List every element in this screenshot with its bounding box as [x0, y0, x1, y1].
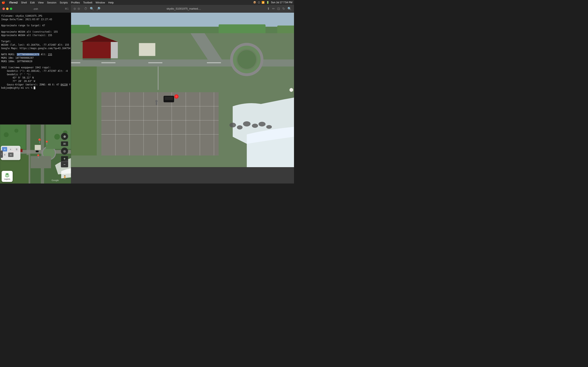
terminal-cursor: [34, 86, 35, 89]
svg-point-14: [54, 134, 60, 140]
history-icon[interactable]: ⏱: [84, 7, 87, 11]
menubar-shell[interactable]: Shell: [21, 1, 27, 4]
zoom-in-icon[interactable]: 🔍: [90, 7, 94, 11]
svg-rect-44: [83, 58, 111, 60]
term-line-geodms-label: Geodetic (° ' "):: [1, 73, 70, 76]
menubar-edit[interactable]: Edit: [30, 1, 35, 4]
menubar-view[interactable]: View: [38, 1, 44, 4]
svg-point-48: [237, 50, 256, 69]
aerial-photo-svg: [71, 13, 294, 167]
preview-bottom-bar: [71, 167, 294, 184]
svg-rect-57: [165, 97, 173, 100]
svg-point-62: [175, 95, 177, 98]
svg-rect-45: [139, 43, 155, 56]
term-line-googlemaps: Google Maps: https://maps.google.com/?q=…: [1, 47, 70, 50]
svg-rect-42: [111, 42, 118, 58]
preview-titlebar: ⏱ 🔍 🔎 skydio_S1001975_marked.... ⬆ ✏ ⊡ ↻…: [71, 5, 294, 13]
wifi-icon: 📶: [261, 1, 265, 4]
map-pin-blue-2[interactable]: 📍: [36, 154, 40, 159]
terminal-title: -zsh: [33, 7, 38, 10]
map-layers-button[interactable]: Layers: [2, 171, 13, 182]
svg-rect-59: [156, 102, 157, 105]
drone-photo: [71, 13, 294, 167]
svg-rect-16: [36, 151, 39, 152]
svg-point-13: [14, 129, 18, 133]
svg-rect-29: [102, 92, 219, 155]
menubar-app-name[interactable]: iTerm2: [9, 1, 18, 4]
terminal-content[interactable]: filename: skydio_S1001975.JPG Image Date…: [0, 13, 71, 124]
map-locate-button[interactable]: ◎: [61, 147, 68, 155]
layers-label: Layers: [4, 178, 10, 180]
apple-icon[interactable]: 🍎: [2, 1, 5, 4]
small-panel-row2: 4 m: [2, 152, 19, 157]
terminal-titlebar: -zsh ⌘1: [0, 5, 71, 13]
menubar-profiles[interactable]: Profiles: [71, 1, 80, 4]
svg-rect-25: [102, 62, 116, 63]
sidebar-icon[interactable]: ⊡: [277, 7, 280, 11]
map-pin-red[interactable]: 📍: [37, 138, 42, 144]
term-line-geodeg: Geodetic (°): 43.166142, -77.472397 Alt:…: [1, 69, 70, 73]
svg-rect-6: [31, 156, 51, 168]
bluetooth-icon: ⬡: [258, 1, 260, 4]
svg-rect-27: [207, 62, 221, 63]
term-empty-4: [1, 50, 70, 53]
menubar-left: 🍎 iTerm2 Shell Edit View Session Scripts…: [2, 1, 114, 4]
preview-minimize-button[interactable]: [78, 8, 80, 10]
svg-rect-26: [148, 62, 162, 63]
zoom-out-icon[interactable]: 🔎: [96, 7, 100, 11]
menubar-right: 📦 ⬡ 📶 🔋 Sun Jul 17 7:54 PM: [253, 1, 292, 4]
map-zoom-in-button[interactable]: +: [61, 156, 68, 162]
term-line-wgs84c: Approximate WGS84 alt (constructed): 155: [1, 30, 70, 34]
map-pin-cyan[interactable]: 📍: [44, 141, 49, 145]
search-icon[interactable]: 🔍: [287, 7, 292, 11]
terminal-window: -zsh ⌘1 filename: skydio_S1001975.JPG Im…: [0, 5, 71, 124]
small-panel-row1: ⊞ ≡ ☰: [2, 147, 19, 151]
map-3d-button[interactable]: 3D: [61, 141, 68, 146]
minimize-button[interactable]: [6, 8, 9, 10]
preview-close-button[interactable]: [73, 8, 76, 10]
maximize-button[interactable]: [10, 8, 12, 10]
main-layout: -zsh ⌘1 filename: skydio_S1001975.JPG Im…: [0, 5, 294, 184]
menubar-help[interactable]: Help: [108, 1, 114, 4]
small-panel: ⊞ ≡ ☰ 4 m: [1, 146, 20, 160]
term-line-nato: NATO MGRS: 18TTN99000682078 Alt: 155: [1, 53, 70, 56]
menubar-scripts[interactable]: Scripts: [60, 1, 68, 4]
map-person-icon[interactable]: 🧍: [62, 175, 67, 180]
markup-icon[interactable]: ✏: [272, 7, 275, 11]
left-pane: -zsh ⌘1 filename: skydio_S1001975.JPG Im…: [0, 5, 71, 184]
list-view-icon[interactable]: ≡: [8, 147, 13, 151]
preview-toolbar: ⏱ 🔍 🔎: [84, 7, 100, 11]
sidebar-expand-tab[interactable]: ›: [0, 150, 3, 158]
map-compass[interactable]: ⊕: [61, 133, 68, 140]
svg-point-55: [266, 125, 272, 129]
term-line-mgrs100: MGRS 100m: 18TTN990820: [1, 60, 70, 63]
term-prompt[interactable]: bobjoe@mighty-m1 src %: [1, 86, 70, 90]
term-line-filename: filename: skydio_S1001975.JPG: [1, 14, 70, 18]
map-zoom-out-button[interactable]: −: [61, 162, 68, 167]
datetime-display: Sun Jul 17 7:54 PM: [271, 1, 292, 4]
dropbox-icon: 📦: [253, 1, 256, 4]
term-line-datetime: Image Date/Time: 2021:03:07 13:27:43: [1, 18, 70, 21]
svg-point-54: [259, 122, 265, 126]
menu-view-icon[interactable]: ☰: [14, 147, 19, 151]
svg-point-53: [252, 124, 258, 128]
panel-m-icon[interactable]: m: [8, 152, 13, 157]
svg-point-51: [237, 125, 242, 129]
map-area[interactable]: 📍 📍 📍 📍 › ⊕ 3D ◎ + − Layers Goo: [0, 124, 71, 184]
nato-highlight: 18TTN99000682078: [17, 53, 39, 56]
term-empty-1: [1, 21, 70, 24]
close-button[interactable]: [2, 8, 5, 10]
menubar-toolbelt[interactable]: Toolbelt: [83, 1, 92, 4]
term-line-dms-lat: 43° 9' 58.11" N: [1, 76, 70, 80]
share-icon[interactable]: ⬆: [267, 7, 270, 11]
svg-point-58: [155, 100, 158, 102]
term-line-dms-lon: 77° 28' 20.63" W: [1, 80, 70, 83]
preview-right-toolbar: ⬆ ✏ ⊡ ↻ 🔍: [267, 7, 292, 11]
svg-rect-20: [277, 25, 294, 34]
preview-image-area: [71, 13, 294, 167]
term-empty-3: [1, 37, 70, 40]
rotate-icon[interactable]: ↻: [282, 7, 285, 11]
svg-rect-41: [83, 42, 111, 58]
menubar-window[interactable]: Window: [95, 1, 105, 4]
menubar-session[interactable]: Session: [47, 1, 56, 4]
